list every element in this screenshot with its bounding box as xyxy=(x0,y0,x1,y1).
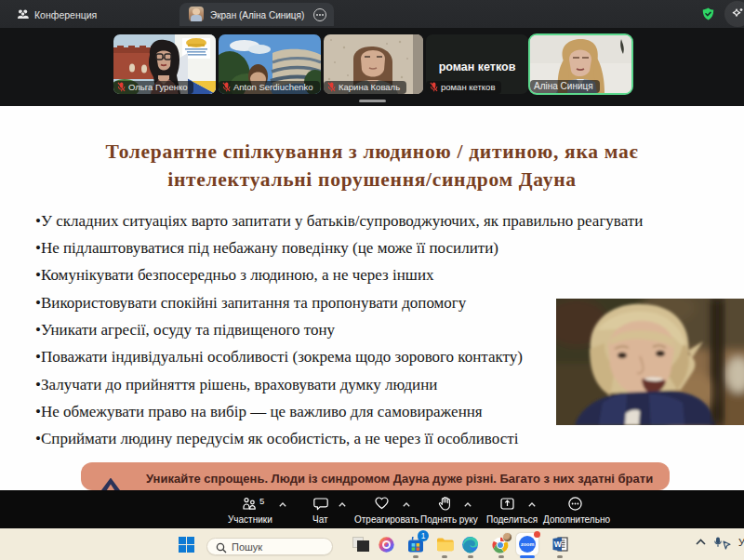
svg-text:W: W xyxy=(554,540,563,549)
